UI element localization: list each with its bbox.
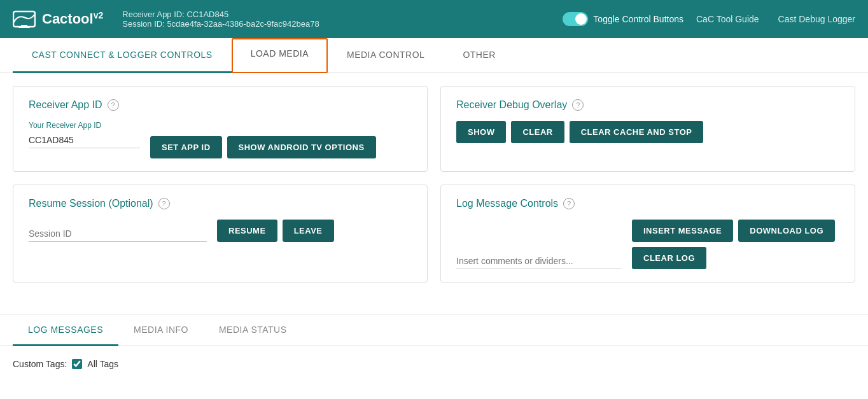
receiver-app-id-buttons: SET APP ID SHOW ANDROID TV OPTIONS xyxy=(150,136,376,158)
logo-area: Cactoolv2 xyxy=(13,8,103,31)
receiver-debug-card: Receiver Debug Overlay ? SHOW CLEAR CLEA… xyxy=(440,86,855,172)
main-nav: CAST CONNECT & LOGGER CONTROLS LOAD MEDI… xyxy=(0,38,868,73)
set-app-id-button[interactable]: SET APP ID xyxy=(150,136,222,158)
receiver-app-id-title: Receiver App ID ? xyxy=(29,99,412,111)
resume-session-card: Resume Session (Optional) ? RESUME LEAVE xyxy=(13,185,428,283)
tab-other[interactable]: OTHER xyxy=(444,38,515,73)
toggle-label: Toggle Control Buttons xyxy=(593,14,683,24)
header-links: CaC Tool Guide Cast Debug Logger xyxy=(696,14,855,24)
show-debug-button[interactable]: SHOW xyxy=(456,121,506,143)
main-content: Receiver App ID ? Your Receiver App ID S… xyxy=(0,73,868,308)
receiver-app-id-row: Your Receiver App ID SET APP ID SHOW AND… xyxy=(29,121,412,158)
tab-log-messages[interactable]: LOG MESSAGES xyxy=(13,315,118,346)
header-info: Receiver App ID: CC1AD845 Session ID: 5c… xyxy=(122,10,550,29)
receiver-app-id-input-group: Your Receiver App ID xyxy=(29,121,140,148)
receiver-app-id-input[interactable] xyxy=(29,132,140,148)
receiver-debug-buttons: SHOW CLEAR CLEAR CACHE AND STOP xyxy=(456,121,839,143)
clear-debug-button[interactable]: CLEAR xyxy=(511,121,564,143)
cards-grid: Receiver App ID ? Your Receiver App ID S… xyxy=(13,86,855,283)
receiver-debug-help-icon[interactable]: ? xyxy=(572,99,584,111)
app-header: Cactoolv2 Receiver App ID: CC1AD845 Sess… xyxy=(0,0,868,38)
tab-cast-connect[interactable]: CAST CONNECT & LOGGER CONTROLS xyxy=(13,38,232,73)
log-message-card: Log Message Controls ? INSERT MESSAGE DO… xyxy=(440,185,855,283)
show-android-tv-options-button[interactable]: SHOW ANDROID TV OPTIONS xyxy=(227,136,376,158)
tab-load-media[interactable]: LOAD MEDIA xyxy=(232,38,328,73)
svg-rect-2 xyxy=(18,27,30,28)
tab-media-control[interactable]: MEDIA CONTROL xyxy=(328,38,444,73)
log-message-title: Log Message Controls ? xyxy=(456,198,839,209)
cast-icon xyxy=(13,8,36,31)
tab-media-info[interactable]: MEDIA INFO xyxy=(118,315,204,346)
bottom-tab-nav: LOG MESSAGES MEDIA INFO MEDIA STATUS xyxy=(0,315,868,346)
svg-rect-1 xyxy=(21,25,27,27)
logo-text: Cactoolv2 xyxy=(42,10,103,27)
all-tags-label: All Tags xyxy=(87,359,118,369)
bottom-section: LOG MESSAGES MEDIA INFO MEDIA STATUS Cus… xyxy=(0,314,868,382)
resume-session-title: Resume Session (Optional) ? xyxy=(29,198,412,209)
resume-session-buttons: RESUME LEAVE xyxy=(217,220,334,242)
resume-button[interactable]: RESUME xyxy=(217,220,277,242)
resume-session-help-icon[interactable]: ? xyxy=(158,198,170,209)
receiver-debug-title: Receiver Debug Overlay ? xyxy=(456,99,839,111)
receiver-app-id-card: Receiver App ID ? Your Receiver App ID S… xyxy=(13,86,428,172)
log-message-buttons: INSERT MESSAGE DOWNLOAD LOG CLEAR LOG xyxy=(632,220,835,269)
insert-message-button[interactable]: INSERT MESSAGE xyxy=(632,220,733,242)
clear-cache-stop-button[interactable]: CLEAR CACHE AND STOP xyxy=(570,121,704,143)
resume-session-row: RESUME LEAVE xyxy=(29,220,412,242)
comment-input[interactable] xyxy=(456,253,622,269)
toggle-control-buttons[interactable] xyxy=(563,12,588,26)
custom-tags-row: Custom Tags: All Tags xyxy=(13,359,855,369)
toggle-area: Toggle Control Buttons xyxy=(563,12,683,26)
clear-log-button[interactable]: CLEAR LOG xyxy=(632,247,706,269)
cast-debug-logger-link[interactable]: Cast Debug Logger xyxy=(778,14,855,24)
leave-button[interactable]: LEAVE xyxy=(283,220,334,242)
bottom-content: Custom Tags: All Tags xyxy=(0,346,868,382)
download-log-button[interactable]: DOWNLOAD LOG xyxy=(738,220,835,242)
receiver-app-id-input-label: Your Receiver App ID xyxy=(29,121,140,130)
session-id-input[interactable] xyxy=(29,226,207,242)
tab-media-status[interactable]: MEDIA STATUS xyxy=(204,315,302,346)
custom-tags-label: Custom Tags: xyxy=(13,359,67,369)
log-message-row: INSERT MESSAGE DOWNLOAD LOG CLEAR LOG xyxy=(456,220,839,269)
cac-tool-guide-link[interactable]: CaC Tool Guide xyxy=(696,14,759,24)
all-tags-checkbox[interactable] xyxy=(72,359,82,369)
session-id-info: Session ID: 5cdae4fa-32aa-4386-ba2c-9fac… xyxy=(122,19,550,29)
receiver-app-id-help-icon[interactable]: ? xyxy=(108,99,119,111)
log-message-help-icon[interactable]: ? xyxy=(563,198,575,209)
receiver-app-id-info: Receiver App ID: CC1AD845 xyxy=(122,10,550,19)
